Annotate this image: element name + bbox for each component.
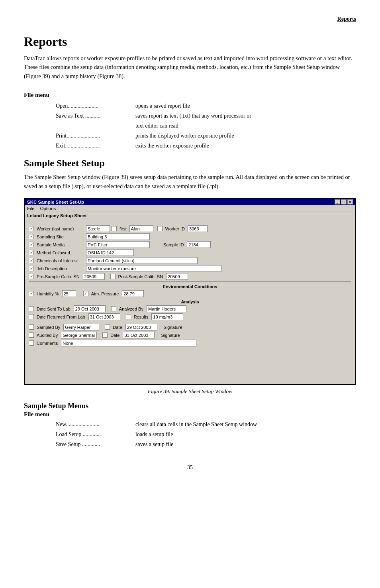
worker-lastname-input[interactable] bbox=[86, 225, 110, 232]
skc-body: Worker (last name) first Worker ID Sampl… bbox=[25, 223, 355, 384]
humidity-checkbox[interactable] bbox=[29, 291, 34, 296]
job-label: Job Description bbox=[37, 266, 84, 271]
sampled-date-input[interactable] bbox=[125, 324, 157, 330]
audited-date-label: Date bbox=[110, 333, 119, 338]
skc-analysis-row2: Date Returned From Lab Results bbox=[29, 313, 351, 320]
skc-window: SKC Sample Sheet Set-Up _ □ X File Optio… bbox=[24, 198, 356, 385]
pre-calib-label: Pre-Sample Calib. SN bbox=[37, 274, 80, 279]
audited-label: Audited By bbox=[37, 333, 58, 338]
page-title: Reports bbox=[24, 34, 356, 49]
humidity-input[interactable] bbox=[62, 290, 76, 297]
skc-divider-env bbox=[29, 281, 351, 282]
sampled-sig-label: Signature bbox=[164, 325, 182, 330]
date-sent-label: Date Sent To Lab bbox=[37, 307, 71, 311]
analyzed-input[interactable] bbox=[147, 305, 186, 312]
sample-id-input[interactable] bbox=[187, 241, 211, 248]
results-input[interactable] bbox=[151, 313, 183, 320]
pre-calib-checkbox[interactable] bbox=[29, 274, 34, 279]
menu-item-exit: Exit......................... exits the … bbox=[56, 142, 356, 150]
file-menu-heading: File menu bbox=[24, 92, 356, 98]
sample-id-label: Sample ID bbox=[163, 242, 184, 247]
page-number: 35 bbox=[24, 464, 356, 471]
menu-desc-saveas: saves report as text (.txt) that any wor… bbox=[135, 112, 356, 120]
audited-sig-label: Signature bbox=[161, 333, 180, 338]
skc-divider-top bbox=[25, 221, 355, 221]
atm-label: Atm. Pressure bbox=[91, 291, 119, 296]
skc-chemicals-row: Chemicals of Interest bbox=[29, 257, 351, 264]
audited-input[interactable] bbox=[61, 332, 97, 338]
method-input[interactable] bbox=[86, 249, 134, 256]
worker-first-checkbox[interactable] bbox=[112, 226, 117, 231]
sampled-input[interactable] bbox=[63, 324, 99, 330]
menu-cmd-print: Print........................ bbox=[56, 132, 135, 140]
sampled-checkbox[interactable] bbox=[29, 324, 34, 330]
audited-date-checkbox[interactable] bbox=[102, 332, 108, 338]
skc-comments-row: Comments bbox=[29, 340, 351, 346]
analysis-section-label: Analysis bbox=[29, 299, 351, 304]
results-checkbox[interactable] bbox=[126, 314, 131, 319]
sampling-site-checkbox[interactable] bbox=[29, 234, 34, 239]
worker-first-label: first bbox=[119, 226, 127, 231]
setup-menu-item-save: Save Setup ............. saves a setup f… bbox=[56, 440, 356, 448]
menu-cmd-saveas: Save as Text ........... bbox=[56, 112, 135, 120]
menu-cmd-open: Open...................... bbox=[56, 102, 135, 110]
date-sent-checkbox[interactable] bbox=[29, 306, 34, 311]
chemicals-input[interactable] bbox=[86, 257, 198, 264]
comments-input[interactable] bbox=[61, 340, 196, 346]
skc-title-text: SKC Sample Sheet Set-Up bbox=[27, 200, 84, 205]
audited-checkbox[interactable] bbox=[29, 332, 34, 338]
comments-checkbox[interactable] bbox=[29, 340, 34, 346]
job-input[interactable] bbox=[86, 265, 221, 272]
worker-id-input[interactable] bbox=[188, 225, 208, 232]
sampled-date-checkbox[interactable] bbox=[105, 324, 110, 330]
worker-checkbox[interactable] bbox=[29, 226, 34, 231]
figure-caption: Figure 39. Sample Sheet Setup Window bbox=[24, 388, 356, 395]
date-sent-input[interactable] bbox=[74, 305, 106, 312]
analyzed-label: Analyzed By bbox=[119, 307, 143, 311]
worker-firstname-input[interactable] bbox=[129, 225, 153, 232]
skc-sample-media-row: Sample Media Sample ID bbox=[29, 241, 351, 248]
top-right-header: Reports bbox=[24, 16, 356, 22]
post-calib-checkbox[interactable] bbox=[110, 274, 116, 279]
skc-menu-file[interactable]: File bbox=[27, 206, 35, 211]
atm-checkbox[interactable] bbox=[83, 291, 88, 296]
menu-desc-exit: exits the worker exposure profile bbox=[135, 142, 356, 150]
job-checkbox[interactable] bbox=[29, 266, 34, 271]
post-calib-label: Post-Sample Calib. SN bbox=[118, 274, 163, 279]
pre-calib-input[interactable] bbox=[83, 273, 105, 280]
setup-cmd-save: Save Setup ............. bbox=[56, 440, 135, 448]
audited-date-input[interactable] bbox=[123, 332, 155, 338]
setup-menu-item-load: Load Setup ............. loads a setup f… bbox=[56, 430, 356, 439]
file-menu-table: Open...................... opens a saved… bbox=[56, 102, 356, 150]
analyzed-checkbox[interactable] bbox=[111, 306, 116, 311]
sample-media-checkbox[interactable] bbox=[29, 242, 34, 247]
chemicals-checkbox[interactable] bbox=[29, 258, 34, 263]
post-calib-input[interactable] bbox=[166, 273, 188, 280]
method-checkbox[interactable] bbox=[29, 250, 34, 255]
sampling-site-input[interactable] bbox=[86, 233, 150, 240]
setup-cmd-new: New........................ bbox=[56, 420, 135, 429]
date-ret-checkbox[interactable] bbox=[29, 314, 34, 319]
sampled-date-label: Date bbox=[113, 325, 122, 330]
setup-cmd-load: Load Setup ............. bbox=[56, 430, 135, 439]
skc-maximize-btn[interactable]: □ bbox=[341, 199, 347, 205]
skc-menu-options[interactable]: Options bbox=[40, 206, 56, 211]
menu-item-saveas-cont: text editor can read bbox=[56, 122, 356, 130]
worker-id-checkbox[interactable] bbox=[157, 226, 163, 231]
comments-label: Comments bbox=[37, 341, 58, 346]
skc-minimize-btn[interactable]: _ bbox=[335, 199, 340, 205]
skc-close-btn[interactable]: X bbox=[347, 199, 353, 205]
atm-input[interactable] bbox=[122, 290, 144, 297]
date-ret-input[interactable] bbox=[88, 313, 120, 320]
humidity-label: Humidity % bbox=[37, 291, 59, 296]
menu-item-saveas: Save as Text ........... saves report as… bbox=[56, 112, 356, 120]
sampled-label: Sampled By bbox=[37, 325, 60, 330]
sample-media-input[interactable] bbox=[86, 241, 150, 248]
worker-id-label: Worker ID bbox=[165, 226, 185, 231]
results-label: Results bbox=[134, 315, 149, 319]
menu-desc-saveas-cont: text editor can read bbox=[135, 122, 356, 130]
sample-sheet-setup-title: Sample Sheet Setup bbox=[24, 158, 356, 169]
menu-cmd-exit: Exit......................... bbox=[56, 142, 135, 150]
skc-method-row: Method Followed bbox=[29, 249, 351, 256]
skc-calib-row: Pre-Sample Calib. SN Post-Sample Calib. … bbox=[29, 273, 351, 280]
